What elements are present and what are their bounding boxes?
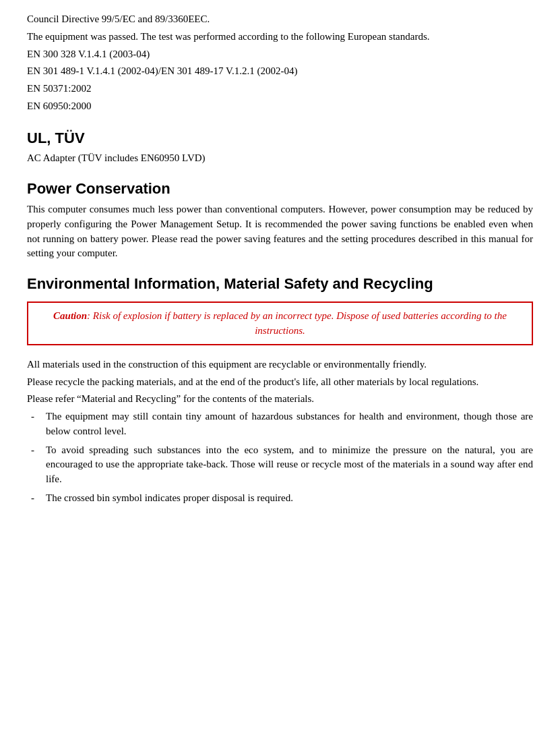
power-conservation-body: This computer consumes much less power t… (27, 202, 533, 261)
ul-tuv-body: AC Adapter (TÜV includes EN60950 LVD) (27, 151, 533, 166)
caution-box: Caution: Risk of explosion if battery is… (27, 301, 533, 345)
list-item-2: - To avoid spreading such substances int… (27, 443, 533, 487)
environmental-heading: Environmental Information, Material Safe… (27, 273, 533, 295)
ul-tuv-heading: UL, TÜV (27, 127, 533, 149)
list-dash-2: - (27, 443, 46, 487)
page-content: Council Directive 99/5/EC and 89/3360EEC… (27, 12, 533, 506)
list-text-1: The equipment may still contain tiny amo… (46, 409, 533, 439)
standard-3: EN 50371:2002 (27, 82, 533, 96)
intro-line1: Council Directive 99/5/EC and 89/3360EEC… (27, 12, 533, 27)
list-text-3: The crossed bin symbol indicates proper … (46, 491, 533, 506)
list-item-1: - The equipment may still contain tiny a… (27, 409, 533, 439)
caution-line1: Caution: Risk of explosion if battery is… (38, 308, 522, 339)
standard-1: EN 300 328 V.1.4.1 (2003-04) (27, 47, 533, 62)
standards-list: EN 300 328 V.1.4.1 (2003-04) EN 301 489-… (27, 47, 533, 114)
env-para1: All materials used in the construction o… (27, 357, 533, 372)
env-para3: Please refer “Material and Recycling” fo… (27, 392, 533, 407)
power-conservation-heading: Power Conservation (27, 178, 533, 200)
list-dash-3: - (27, 491, 46, 506)
intro-line2: The equipment was passed. The test was p… (27, 30, 533, 45)
standard-2: EN 301 489-1 V.1.4.1 (2002-04)/EN 301 48… (27, 64, 533, 79)
env-para2: Please recycle the packing materials, an… (27, 375, 533, 390)
list-dash-1: - (27, 409, 46, 439)
list-text-2: To avoid spreading such substances into … (46, 443, 533, 487)
caution-text: : Risk of explosion if battery is replac… (87, 310, 507, 337)
list-item-3: - The crossed bin symbol indicates prope… (27, 491, 533, 506)
standard-4: EN 60950:2000 (27, 99, 533, 114)
caution-label: Caution (53, 310, 87, 321)
